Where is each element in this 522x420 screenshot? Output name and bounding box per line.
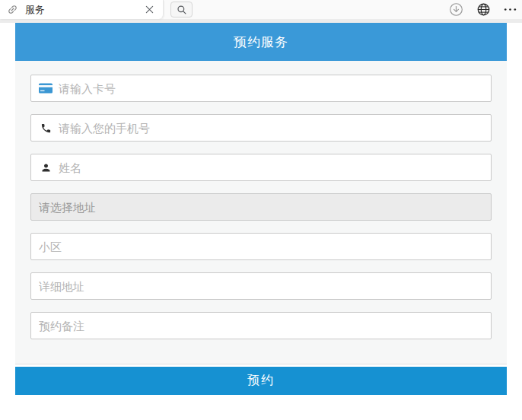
toolbar-right-icons: [449, 0, 517, 19]
browser-tab[interactable]: 服务: [0, 0, 164, 19]
page-body: 预约服务: [0, 23, 522, 395]
credit-card-icon: [39, 83, 53, 94]
name-field[interactable]: [30, 154, 492, 181]
page-title: 预约服务: [15, 23, 507, 61]
address-select-field[interactable]: [30, 193, 492, 221]
detail-address-field[interactable]: [30, 272, 492, 300]
download-icon[interactable]: [449, 2, 463, 17]
address-select-input[interactable]: [39, 201, 483, 214]
reservation-form: [15, 61, 507, 364]
name-input[interactable]: [59, 161, 483, 174]
globe-icon[interactable]: [476, 2, 491, 17]
close-icon[interactable]: [143, 4, 155, 16]
phone-input[interactable]: [59, 122, 483, 135]
phone-field[interactable]: [30, 114, 492, 142]
detail-address-input[interactable]: [39, 280, 483, 293]
community-field[interactable]: [30, 233, 492, 260]
card-number-field[interactable]: [30, 75, 492, 102]
card-number-input[interactable]: [59, 82, 483, 95]
community-input[interactable]: [39, 240, 483, 253]
tab-title: 服务: [25, 3, 143, 17]
remark-input[interactable]: [39, 320, 483, 332]
search-icon: [177, 5, 187, 15]
browser-toolbar: 服务: [0, 0, 522, 19]
link-icon: [7, 4, 18, 15]
reserve-button[interactable]: 预约: [15, 367, 507, 395]
user-icon: [39, 162, 53, 173]
remark-field[interactable]: [30, 312, 492, 339]
search-button[interactable]: [170, 2, 193, 18]
more-icon[interactable]: [504, 8, 517, 11]
phone-icon: [39, 123, 53, 134]
